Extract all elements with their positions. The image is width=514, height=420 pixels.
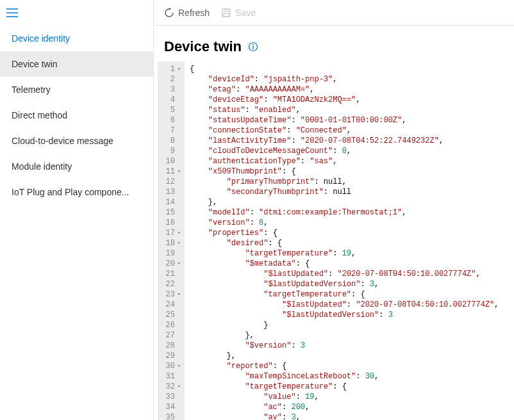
code-line[interactable]: "deviceId": "jspaith-pnp-3", [190, 74, 509, 85]
line-number: 10 [164, 156, 181, 166]
line-number: 26 [164, 320, 181, 330]
code-line[interactable]: "etag": "AAAAAAAAAAM=", [190, 85, 509, 95]
code-line[interactable]: "$lastUpdatedVersion": 3, [190, 279, 509, 289]
refresh-label: Refresh [178, 8, 210, 18]
save-label: Save [235, 8, 256, 18]
line-number: 35 [164, 412, 181, 420]
code-line[interactable]: "x509Thumbprint": { [190, 166, 509, 177]
sidebar-item-cloud-to-device-message[interactable]: Cloud-to-device message [0, 128, 153, 154]
code-line[interactable]: }, [190, 330, 509, 341]
main-panel: Refresh Save Device twin 1▾2 3 4 5 6 7 8… [154, 0, 514, 420]
line-number: 34 [164, 402, 181, 412]
line-number: 5 [164, 105, 181, 115]
line-number: 17▾ [164, 228, 181, 238]
code-line[interactable]: "status": "enabled", [190, 105, 509, 115]
line-number: 14 [164, 197, 181, 207]
line-number: 15 [164, 207, 181, 218]
code-line[interactable]: "targetTemperature": 19, [190, 248, 509, 259]
page-title: Device twin [164, 38, 242, 55]
json-editor[interactable]: 1▾2 3 4 5 6 7 8 9 10 11▾12 13 14 15 16 1… [154, 61, 514, 420]
line-number: 8 [164, 136, 181, 146]
code-line[interactable]: "targetTemperature": { [190, 382, 509, 392]
sidebar-item-iot-plug-and-play[interactable]: IoT Plug and Play compone... [0, 179, 153, 205]
code-line[interactable]: "$lastUpdated": "2020-07-08T04:50:10.002… [190, 300, 509, 310]
line-number: 12 [164, 177, 181, 187]
line-number: 19 [164, 248, 181, 259]
line-number: 9 [164, 146, 181, 156]
line-number: 16 [164, 218, 181, 228]
sidebar-item-device-identity[interactable]: Device identity [0, 26, 153, 51]
sidebar-item-direct-method[interactable]: Direct method [0, 102, 153, 128]
code-line[interactable]: }, [190, 197, 509, 207]
code-line[interactable]: "reported": { [190, 361, 509, 371]
code-line[interactable]: "lastActivityTime": "2020-07-08T04:52:22… [190, 136, 509, 146]
code-line[interactable]: "primaryThumbprint": null, [190, 177, 509, 187]
code-line[interactable]: }, [190, 351, 509, 361]
svg-point-7 [253, 44, 254, 45]
code-line[interactable]: "maxTempSinceLastReboot": 30, [190, 371, 509, 382]
code-line[interactable]: "desired": { [190, 238, 509, 248]
line-number: 23▾ [164, 289, 181, 300]
line-number: 27 [164, 330, 181, 341]
refresh-icon [164, 8, 174, 18]
refresh-button[interactable]: Refresh [164, 8, 210, 18]
svg-rect-8 [253, 46, 253, 49]
line-number: 7 [164, 125, 181, 136]
code-line[interactable]: "modelId": "dtmi:com:example:Thermostat;… [190, 207, 509, 218]
svg-rect-5 [224, 13, 229, 17]
line-number: 18▾ [164, 238, 181, 248]
line-number: 32▾ [164, 382, 181, 392]
sidebar-item-device-twin[interactable]: Device twin [0, 51, 153, 77]
menu-icon[interactable] [6, 8, 18, 17]
code-line[interactable]: "version": 8, [190, 218, 509, 228]
toolbar: Refresh Save [154, 0, 514, 26]
save-icon [221, 8, 231, 18]
code-line[interactable]: "statusUpdateTime": "0001-01-01T00:00:00… [190, 115, 509, 125]
save-button: Save [221, 8, 256, 18]
line-number: 6 [164, 115, 181, 125]
code-line[interactable]: "$lastUpdated": "2020-07-08T04:50:10.002… [190, 269, 509, 279]
line-number: 31 [164, 371, 181, 382]
line-number: 20▾ [164, 259, 181, 269]
code-line[interactable]: "value": 19, [190, 392, 509, 402]
line-number: 11▾ [164, 166, 181, 177]
sidebar-top [0, 0, 153, 26]
code-line[interactable]: "$version": 3 [190, 341, 509, 351]
sidebar-item-module-identity[interactable]: Module identity [0, 154, 153, 179]
line-number: 30▾ [164, 361, 181, 371]
code-line[interactable]: "targetTemperature": { [190, 289, 509, 300]
line-number-gutter: 1▾2 3 4 5 6 7 8 9 10 11▾12 13 14 15 16 1… [158, 61, 185, 420]
code-line[interactable]: { [190, 64, 509, 74]
code-line[interactable]: "deviceEtag": "MTA1ODAzNzk2MQ==", [190, 95, 509, 105]
line-number: 28 [164, 341, 181, 351]
code-line[interactable]: "connectionState": "Connected", [190, 125, 509, 136]
line-number: 21 [164, 269, 181, 279]
code-line[interactable]: "properties": { [190, 228, 509, 238]
line-number: 1▾ [164, 64, 181, 74]
line-number: 3 [164, 85, 181, 95]
code-area[interactable]: { "deviceId": "jspaith-pnp-3", "etag": "… [185, 61, 514, 420]
sidebar: Device identity Device twin Telemetry Di… [0, 0, 154, 420]
code-line[interactable]: "authenticationType": "sas", [190, 156, 509, 166]
line-number: 24 [164, 300, 181, 310]
code-line[interactable]: "$metadata": { [190, 259, 509, 269]
line-number: 4 [164, 95, 181, 105]
line-number: 29 [164, 351, 181, 361]
code-line[interactable]: "secondaryThumbprint": null [190, 187, 509, 197]
line-number: 13 [164, 187, 181, 197]
code-line[interactable]: } [190, 320, 509, 330]
code-line[interactable]: "$lastUpdatedVersion": 3 [190, 310, 509, 320]
svg-rect-4 [224, 9, 228, 12]
code-line[interactable]: "cloudToDeviceMessageCount": 0, [190, 146, 509, 156]
sidebar-item-telemetry[interactable]: Telemetry [0, 77, 153, 102]
code-line[interactable]: "ac": 200, [190, 402, 509, 412]
line-number: 22 [164, 279, 181, 289]
line-number: 33 [164, 392, 181, 402]
code-line[interactable]: "av": 3, [190, 412, 509, 420]
line-number: 25 [164, 310, 181, 320]
info-icon[interactable] [248, 42, 258, 52]
line-number: 2 [164, 74, 181, 85]
page-header: Device twin [154, 26, 514, 61]
